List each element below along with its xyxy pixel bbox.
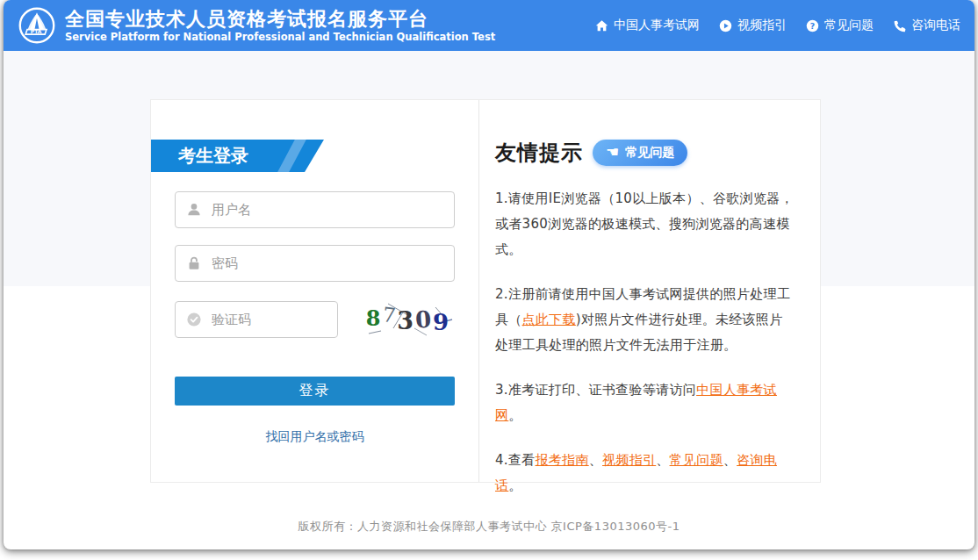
captcha-digit: 0 — [414, 305, 434, 333]
forgot-credentials-link[interactable]: 找回用户名或密码 — [175, 429, 455, 445]
nav-item-faq[interactable]: ? 常见问题 — [806, 18, 874, 33]
tip-text: 、 — [589, 452, 602, 468]
tip-text: 1.请使用IE浏览器（10以上版本）、谷歌浏览器，或者360浏览器的极速模式、搜… — [495, 190, 794, 257]
app-window: PTA 全国专业技术人员资格考试报名服务平台 Service Platform … — [4, 0, 974, 549]
nav-item-phone[interactable]: 咨询电话 — [893, 18, 960, 33]
site-title: 全国专业技术人员资格考试报名服务平台 — [65, 8, 495, 31]
site-title-block: 全国专业技术人员资格考试报名服务平台 Service Platform for … — [65, 8, 495, 44]
main-card: 考生登录 — [150, 99, 821, 483]
username-field-box — [175, 191, 455, 228]
question-icon: ? — [806, 19, 819, 32]
play-icon — [719, 19, 732, 32]
nav-label: 中国人事考试网 — [614, 18, 700, 33]
captcha-input[interactable] — [212, 312, 327, 327]
login-panel-title: 考生登录 — [178, 145, 248, 166]
username-input[interactable] — [212, 202, 443, 218]
faq-badge-label: 常见问题 — [625, 145, 674, 161]
pointing-hand-icon: ☚ — [606, 145, 619, 160]
site-subtitle: Service Platform for National Profession… — [65, 31, 495, 44]
captcha-image[interactable]: 87309 — [362, 298, 455, 341]
svg-text:?: ? — [810, 20, 815, 30]
lock-icon — [186, 255, 202, 271]
login-panel-header: 考生登录 — [151, 140, 324, 172]
password-field-box — [175, 245, 455, 282]
tip-text: 4.查看 — [495, 452, 536, 468]
svg-text:PTA: PTA — [31, 28, 42, 34]
user-icon — [186, 202, 202, 218]
shield-check-icon — [186, 312, 202, 327]
tip-item-4: 4.查看报考指南、视频指引、常见问题、咨询电话。 — [495, 448, 795, 499]
tip-link[interactable]: 常见问题 — [670, 452, 723, 468]
captcha-digits: 87309 — [362, 298, 455, 341]
tip-link[interactable]: 点此下载 — [522, 312, 576, 327]
tip-item-1: 1.请使用IE浏览器（10以上版本）、谷歌浏览器，或者360浏览器的极速模式、搜… — [495, 186, 795, 262]
tips-panel: 友情提示 ☚ 常见问题 1.请使用IE浏览器（10以上版本）、谷歌浏览器，或者3… — [479, 100, 820, 482]
ribbon-stripe-decoration — [276, 136, 308, 176]
nav-label: 常见问题 — [824, 18, 874, 33]
phone-icon — [893, 19, 906, 32]
pta-logo-icon: PTA — [18, 6, 56, 45]
login-form: 87309 登录 找回用户名或密码 — [151, 191, 478, 445]
captcha-digit: 8 — [366, 305, 383, 331]
tip-text: 3.准考证打印、证书查验等请访问 — [495, 382, 696, 398]
tip-item-2: 2.注册前请使用中国人事考试网提供的照片处理工具（点此下载)对照片文件进行处理。… — [495, 282, 795, 358]
header-nav: 中国人事考试网 视频指引 ? 常见问题 咨询电话 — [595, 18, 960, 33]
tip-item-3: 3.准考证打印、证书查验等请访问中国人事考试网。 — [495, 377, 795, 428]
tip-link[interactable]: 报考指南 — [536, 452, 589, 468]
tip-text: 、 — [723, 452, 737, 468]
captcha-digit: 9 — [433, 309, 450, 335]
tip-link[interactable]: 视频指引 — [602, 452, 656, 468]
nav-label: 视频指引 — [737, 18, 787, 33]
tip-text: 。 — [508, 407, 521, 423]
copyright-footer: 版权所有：人力资源和社会保障部人事考试中心 京ICP备13013060号-1 — [4, 519, 974, 535]
nav-item-cpta-home[interactable]: 中国人事考试网 — [595, 18, 700, 33]
tip-text: 、 — [656, 452, 669, 468]
faq-badge-button[interactable]: ☚ 常见问题 — [593, 140, 687, 166]
tip-text: 。 — [508, 477, 521, 493]
login-panel: 考生登录 — [151, 100, 479, 482]
header-bar: PTA 全国专业技术人员资格考试报名服务平台 Service Platform … — [4, 0, 974, 51]
captcha-field-box — [175, 301, 338, 338]
home-icon — [595, 19, 608, 32]
password-input[interactable] — [212, 255, 443, 271]
nav-label: 咨询电话 — [911, 18, 960, 33]
captcha-digit: 3 — [397, 307, 415, 334]
captcha-row: 87309 — [175, 298, 455, 341]
tips-title: 友情提示 — [495, 139, 583, 167]
tips-header: 友情提示 ☚ 常见问题 — [495, 139, 795, 167]
login-button[interactable]: 登录 — [175, 377, 455, 406]
nav-item-video-guide[interactable]: 视频指引 — [719, 18, 787, 33]
captcha-digit: 7 — [381, 303, 399, 327]
